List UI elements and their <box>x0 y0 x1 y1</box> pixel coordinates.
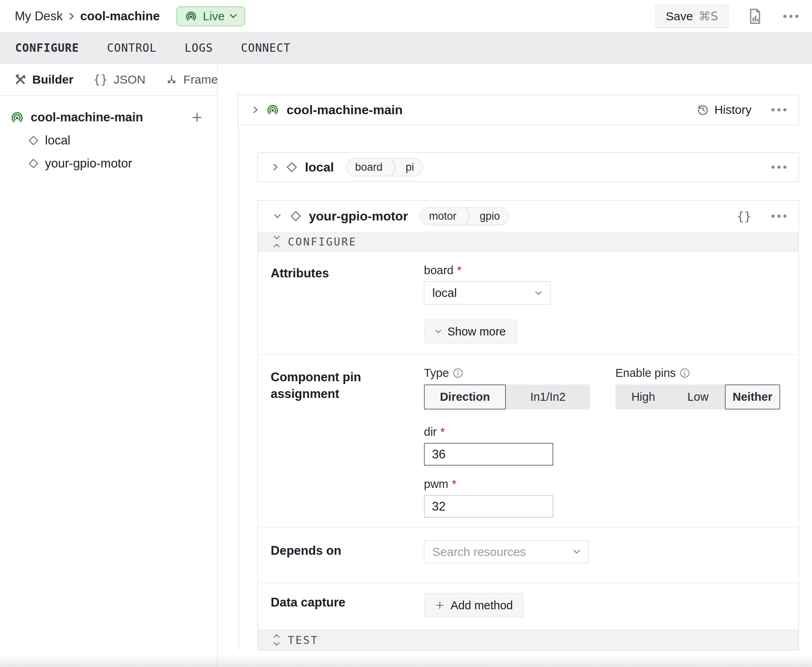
component-diamond-icon <box>286 161 298 173</box>
component-diamond-icon <box>290 210 302 222</box>
breadcrumb-separator-icon <box>68 11 75 21</box>
type-option-direction[interactable]: Direction <box>424 384 506 410</box>
configure-section-toggle[interactable]: CONFIGURE <box>258 232 798 252</box>
config-sidebar: Builder {} JSON Frame <box>0 64 218 667</box>
view-json-button[interactable]: {} <box>737 209 751 223</box>
add-resource-button[interactable] <box>191 111 203 123</box>
motor-card-title: your-gpio-motor <box>309 209 408 224</box>
motor-type-badge: motor gpio <box>420 207 509 225</box>
show-more-button[interactable]: Show more <box>424 320 517 343</box>
chevron-down-icon <box>230 14 237 19</box>
mode-builder-label: Builder <box>32 73 73 86</box>
tree-item-your-gpio-motor[interactable]: your-gpio-motor <box>0 152 217 175</box>
add-method-label: Add method <box>451 599 513 612</box>
tab-logs[interactable]: LOGS <box>185 41 213 55</box>
expand-section-icon <box>272 633 281 647</box>
board-field-label: board <box>424 264 453 277</box>
viam-machine-page: My Desk cool-machine Live Save ⌘S <box>0 0 812 667</box>
gpio-motor-card: your-gpio-motor motor gpio {} <box>258 200 799 650</box>
component-diamond-icon <box>28 158 39 169</box>
status-label: Live <box>203 10 224 23</box>
save-button[interactable]: Save ⌘S <box>656 5 728 28</box>
enable-option-low[interactable]: Low <box>671 384 725 410</box>
chevron-down-icon <box>535 291 542 295</box>
pwm-field: pwm * <box>424 478 590 518</box>
expand-chevron-right-icon[interactable] <box>272 162 279 172</box>
show-more-label: Show more <box>447 325 506 338</box>
mode-json-label: JSON <box>113 73 145 86</box>
type-label: Type <box>424 367 449 380</box>
machine-name: cool-machine <box>80 9 160 23</box>
data-capture-heading: Data capture <box>271 583 424 630</box>
add-method-button[interactable]: Add method <box>424 593 524 618</box>
machine-part-menu-button[interactable] <box>770 105 788 115</box>
test-section-toggle[interactable]: TEST <box>258 630 798 650</box>
info-icon[interactable] <box>679 368 690 378</box>
dir-field: dir * <box>424 425 590 466</box>
breadcrumb: My Desk cool-machine <box>15 9 160 23</box>
badge-type-label: motor <box>420 208 465 225</box>
badge-type-label: board <box>346 159 391 176</box>
more-options-button[interactable] <box>782 12 800 21</box>
pwm-field-label: pwm <box>424 478 448 491</box>
machine-part-title: cool-machine-main <box>287 103 403 117</box>
collapse-section-icon <box>272 235 281 248</box>
machine-report-button[interactable] <box>748 8 763 25</box>
dir-input[interactable] <box>424 443 553 466</box>
chevron-down-icon <box>573 550 580 554</box>
badge-model-label: gpio <box>471 208 509 225</box>
component-diamond-icon <box>28 135 39 146</box>
tree-item-local[interactable]: local <box>0 129 217 152</box>
motor-card-menu-button[interactable] <box>770 211 788 221</box>
pwm-input[interactable] <box>424 495 553 518</box>
history-button[interactable]: History <box>697 103 751 117</box>
machine-status-dropdown[interactable]: Live <box>176 6 245 26</box>
history-clock-icon <box>697 103 709 116</box>
config-mode-switcher: Builder {} JSON Frame <box>0 64 217 96</box>
local-board-card: local board pi <box>258 152 799 182</box>
configure-section-label: CONFIGURE <box>288 236 357 248</box>
top-bar: My Desk cool-machine Live Save ⌘S <box>0 0 812 32</box>
mode-json[interactable]: {} JSON <box>93 72 145 86</box>
required-marker: * <box>452 478 456 491</box>
depends-on-heading: Depends on <box>271 528 424 583</box>
save-shortcut: ⌘S <box>699 9 718 23</box>
tree-local-label: local <box>45 133 70 148</box>
broadcast-icon <box>185 10 197 23</box>
part-children-group: local board pi <box>238 125 799 650</box>
file-chart-icon <box>748 8 763 25</box>
data-capture-section: Data capture Add method <box>258 583 798 630</box>
collapse-chevron-down-icon[interactable] <box>272 213 283 219</box>
mode-frame[interactable]: Frame <box>166 73 218 86</box>
pin-assignment-section: Component pin assignment Type <box>258 354 798 527</box>
expand-chevron-right-icon[interactable] <box>252 105 259 115</box>
tab-configure[interactable]: CONFIGURE <box>15 41 79 55</box>
depends-on-section: Depends on Search resources <box>258 527 798 583</box>
resource-tree: cool-machine-main local <box>0 96 217 175</box>
frame-axes-icon <box>166 74 178 86</box>
tree-motor-label: your-gpio-motor <box>45 156 132 171</box>
badge-divider-icon <box>391 159 397 176</box>
machine-part-icon <box>266 103 279 117</box>
board-select[interactable]: local <box>424 281 550 304</box>
machine-tabs: CONFIGURE CONTROL LOGS CONNECT <box>0 32 812 64</box>
depends-on-select[interactable]: Search resources <box>424 540 589 563</box>
json-braces-icon: {} <box>93 72 107 86</box>
type-toggle-group: Direction In1/In2 <box>424 384 590 410</box>
local-type-badge: board pi <box>346 158 423 176</box>
mode-builder[interactable]: Builder <box>14 73 73 86</box>
enable-pins-label: Enable pins <box>615 367 676 380</box>
depends-on-placeholder: Search resources <box>432 545 526 559</box>
badge-divider-icon <box>465 208 471 225</box>
breadcrumb-parent-link[interactable]: My Desk <box>15 9 63 23</box>
enable-option-high[interactable]: High <box>615 384 671 410</box>
local-card-menu-button[interactable] <box>770 162 788 172</box>
enable-option-neither[interactable]: Neither <box>725 384 780 410</box>
tree-machine-label: cool-machine-main <box>31 110 143 125</box>
tree-item-machine-part[interactable]: cool-machine-main <box>0 106 217 129</box>
board-select-value: local <box>432 286 457 300</box>
tab-connect[interactable]: CONNECT <box>241 41 291 55</box>
type-option-in1in2[interactable]: In1/In2 <box>506 384 590 410</box>
info-icon[interactable] <box>453 368 463 378</box>
tab-control[interactable]: CONTROL <box>107 41 157 55</box>
